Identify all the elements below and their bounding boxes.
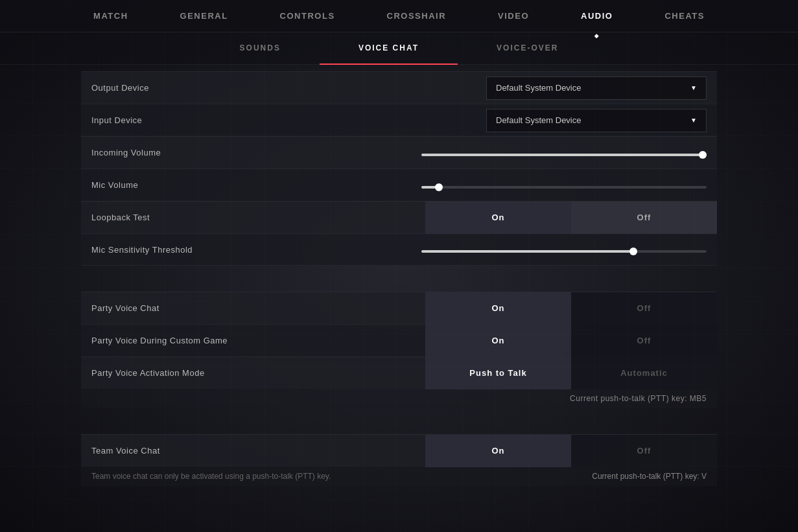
- nav-crosshair[interactable]: CROSSHAIR: [361, 0, 473, 32]
- nav-controls[interactable]: CONTROLS: [254, 0, 361, 32]
- team-voice-note-left: Team voice chat can only be activated us…: [91, 472, 331, 481]
- party-activation-mode-label: Party Voice Activation Mode: [81, 368, 205, 378]
- output-device-row: Output Device Default System Device ▼: [81, 71, 717, 104]
- sub-navigation: SOUNDS VOICE CHAT VOICE-OVER: [0, 32, 798, 65]
- mic-volume-control: [421, 179, 707, 191]
- party-activation-mode-toggle: Push to Talk Automatic: [425, 357, 717, 389]
- loopback-test-row: Loopback Test On Off: [81, 201, 717, 233]
- input-device-label: Input Device: [91, 115, 142, 125]
- section-spacer-1: [81, 279, 717, 292]
- party-voice-chat-row: Party Voice Chat On Off: [81, 292, 717, 324]
- team-voice-section: Team Voice Chat On Off Team voice chat c…: [81, 434, 717, 486]
- mic-sensitivity-control: [421, 244, 707, 255]
- loopback-off-button[interactable]: Off: [571, 202, 717, 234]
- input-device-value: Default System Device: [496, 115, 581, 125]
- loopback-toggle: On Off: [425, 202, 717, 234]
- input-device-dropdown[interactable]: Default System Device ▼: [486, 109, 707, 132]
- team-voice-note-row: Team voice chat can only be activated us…: [81, 467, 717, 486]
- mic-volume-label: Mic Volume: [91, 180, 138, 190]
- team-voice-chat-toggle: On Off: [425, 435, 717, 467]
- party-activation-mode-row: Party Voice Activation Mode Push to Talk…: [81, 356, 717, 389]
- device-volume-section: Output Device Default System Device ▼ In…: [81, 71, 717, 266]
- output-device-value: Default System Device: [496, 83, 581, 93]
- team-voice-chat-row: Team Voice Chat On Off: [81, 434, 717, 467]
- party-voice-custom-toggle: On Off: [425, 325, 717, 357]
- mic-sensitivity-slider[interactable]: [421, 250, 707, 253]
- nav-active-indicator: ◆: [594, 33, 600, 39]
- output-device-label: Output Device: [91, 83, 149, 93]
- party-ptt-note: Current push-to-talk (PTT) key: MB5: [81, 389, 717, 408]
- subnav-sounds[interactable]: SOUNDS: [201, 32, 320, 65]
- mic-volume-row: Mic Volume: [81, 168, 717, 201]
- party-ptt-note-text: Current push-to-talk (PTT) key: MB5: [570, 394, 707, 403]
- party-voice-custom-row: Party Voice During Custom Game On Off: [81, 324, 717, 356]
- nav-cheats[interactable]: CHEATS: [639, 0, 730, 32]
- mic-sensitivity-row: Mic Sensitivity Threshold: [81, 233, 717, 266]
- party-voice-custom-label: Party Voice During Custom Game: [81, 336, 228, 345]
- party-automatic-button[interactable]: Automatic: [571, 357, 717, 389]
- nav-general[interactable]: GENERAL: [154, 0, 254, 32]
- dropdown-arrow-icon: ▼: [690, 84, 697, 91]
- party-push-to-talk-button[interactable]: Push to Talk: [425, 357, 571, 389]
- team-voice-note-right: Current push-to-talk (PTT) key: V: [592, 472, 707, 481]
- loopback-on-button[interactable]: On: [425, 202, 571, 234]
- subnav-voice-chat[interactable]: VOICE CHAT: [320, 32, 458, 65]
- incoming-volume-control: [421, 147, 707, 159]
- subnav-voice-over[interactable]: VOICE-OVER: [458, 32, 597, 65]
- party-voice-chat-off-button[interactable]: Off: [571, 292, 717, 325]
- settings-content: Output Device Default System Device ▼ In…: [0, 71, 798, 532]
- nav-audio[interactable]: AUDIO ◆: [555, 0, 639, 32]
- incoming-volume-row: Incoming Volume: [81, 136, 717, 168]
- top-navigation: MATCH GENERAL CONTROLS CROSSHAIR VIDEO A…: [0, 0, 798, 32]
- party-voice-custom-off-button[interactable]: Off: [571, 325, 717, 357]
- loopback-test-label: Loopback Test: [81, 213, 150, 222]
- section-spacer-2: [81, 421, 717, 434]
- team-voice-chat-label: Team Voice Chat: [81, 446, 160, 456]
- dropdown-arrow-icon-2: ▼: [690, 117, 697, 124]
- team-voice-chat-off-button[interactable]: Off: [571, 435, 717, 467]
- party-voice-chat-on-button[interactable]: On: [425, 292, 571, 325]
- mic-volume-slider[interactable]: [421, 186, 707, 189]
- party-voice-custom-on-button[interactable]: On: [425, 325, 571, 357]
- output-device-dropdown[interactable]: Default System Device ▼: [486, 76, 707, 100]
- incoming-volume-slider[interactable]: [421, 154, 707, 156]
- party-voice-chat-label: Party Voice Chat: [81, 303, 159, 313]
- input-device-row: Input Device Default System Device ▼: [81, 104, 717, 136]
- nav-video[interactable]: VIDEO: [472, 0, 555, 32]
- party-voice-section: Party Voice Chat On Off Party Voice Duri…: [81, 292, 717, 408]
- party-voice-chat-toggle: On Off: [425, 292, 717, 325]
- incoming-volume-label: Incoming Volume: [91, 148, 161, 157]
- team-voice-chat-on-button[interactable]: On: [425, 435, 571, 467]
- nav-match[interactable]: MATCH: [67, 0, 154, 32]
- mic-sensitivity-label: Mic Sensitivity Threshold: [91, 245, 193, 255]
